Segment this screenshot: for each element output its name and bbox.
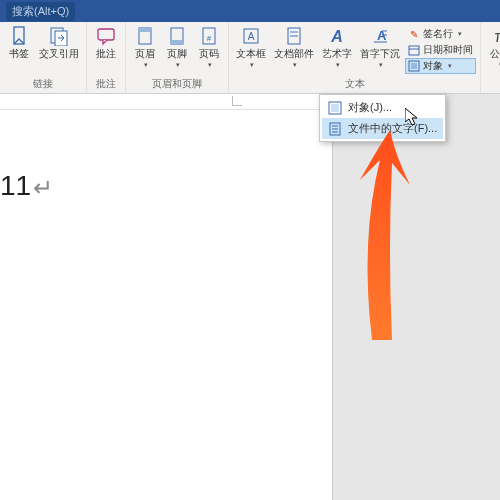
ruler (0, 94, 332, 110)
menu-item-object[interactable]: 对象(J)... (322, 97, 443, 118)
group-links: 书签 交叉引用 链接 (0, 22, 87, 93)
object-icon (408, 60, 420, 72)
comment-button[interactable]: 批注 (91, 24, 121, 61)
group-headerfooter-label: 页眉和页脚 (152, 76, 202, 93)
svg-rect-3 (98, 29, 114, 40)
chevron-down-icon: ▾ (208, 61, 212, 69)
comment-label: 批注 (96, 48, 116, 59)
datetime-button[interactable]: 日期和时间 (405, 42, 476, 58)
chevron-down-icon: ▾ (448, 62, 452, 70)
crossref-label: 交叉引用 (39, 48, 79, 59)
chevron-down-icon: ▾ (336, 61, 340, 69)
footer-button[interactable]: 页脚 ▾ (162, 24, 192, 71)
object-button[interactable]: 对象 ▾ (405, 58, 476, 74)
equation-button[interactable]: π 公式 ▾ (485, 24, 500, 71)
quickparts-icon (284, 26, 304, 46)
equation-icon: π (490, 26, 500, 46)
datetime-icon (408, 44, 420, 56)
svg-rect-5 (139, 28, 151, 32)
wordart-icon: A (327, 26, 347, 46)
svg-text:A: A (330, 28, 343, 45)
group-headerfooter: 页眉 ▾ 页脚 ▾ # 页码 ▾ 页眉和页脚 (126, 22, 229, 93)
ribbon: 书签 交叉引用 链接 批注 批注 (0, 22, 500, 94)
footer-icon (167, 26, 187, 46)
text-content: 11 (0, 170, 31, 201)
wordart-button[interactable]: A 艺术字 ▾ (319, 24, 355, 71)
bookmark-icon (9, 26, 29, 46)
svg-text:#: # (207, 34, 212, 43)
svg-text:A: A (248, 31, 255, 42)
group-comments-label: 批注 (96, 76, 116, 93)
datetime-label: 日期和时间 (423, 43, 473, 57)
svg-rect-0 (14, 27, 24, 44)
signature-line-button[interactable]: ✎ 签名行 ▾ (405, 26, 476, 42)
svg-rect-13 (290, 31, 298, 33)
comment-icon (96, 26, 116, 46)
side-gray-panel (332, 94, 500, 500)
signature-icon: ✎ (408, 28, 420, 40)
chevron-down-icon: ▾ (144, 61, 148, 69)
textbox-label: 文本框 (236, 48, 266, 59)
svg-rect-35 (331, 104, 339, 112)
quickparts-button[interactable]: 文档部件 ▾ (271, 24, 317, 71)
pagenum-label: 页码 (199, 48, 219, 59)
header-button[interactable]: 页眉 ▾ (130, 24, 160, 71)
quickparts-label: 文档部件 (274, 48, 314, 59)
wordart-label: 艺术字 (322, 48, 352, 59)
signature-label: 签名行 (423, 27, 453, 41)
bookmark-button[interactable]: 书签 (4, 24, 34, 61)
pagenum-icon: # (199, 26, 219, 46)
textbox-icon: A (241, 26, 261, 46)
equation-label: 公式 (490, 48, 500, 59)
svg-rect-20 (409, 46, 419, 55)
file-text-icon (328, 122, 342, 136)
svg-rect-14 (290, 35, 298, 37)
group-links-label: 链接 (33, 76, 53, 93)
search-input[interactable]: 搜索(Alt+Q) (6, 2, 75, 21)
svg-rect-23 (411, 63, 417, 69)
dropcap-icon: A (370, 26, 390, 46)
group-symbols: π 公式 ▾ Ω 符号 ▾ 1234 编号 符号 (481, 22, 500, 93)
document-text: 11↵ (0, 170, 53, 202)
chevron-down-icon: ▾ (176, 61, 180, 69)
dropcap-label: 首字下沉 (360, 48, 400, 59)
crossref-button[interactable]: 交叉引用 (36, 24, 82, 61)
group-comments: 批注 批注 (87, 22, 126, 93)
menu-item-text-from-file-label: 文件中的文字(F)... (348, 121, 437, 136)
chevron-down-icon: ▾ (458, 30, 462, 38)
chevron-down-icon: ▾ (293, 61, 297, 69)
footer-label: 页脚 (167, 48, 187, 59)
pagenum-button[interactable]: # 页码 ▾ (194, 24, 224, 71)
margin-marker (232, 96, 242, 106)
group-text: A 文本框 ▾ 文档部件 ▾ A 艺术字 ▾ A (229, 22, 481, 93)
document-area[interactable]: 11↵ (0, 94, 332, 500)
dropcap-button[interactable]: A 首字下沉 ▾ (357, 24, 403, 71)
group-text-label: 文本 (345, 76, 365, 93)
chevron-down-icon: ▾ (379, 61, 383, 69)
object-icon (328, 101, 342, 115)
chevron-down-icon: ▾ (250, 61, 254, 69)
header-icon (135, 26, 155, 46)
svg-rect-7 (171, 40, 183, 44)
object-dropdown-menu: 对象(J)... 文件中的文字(F)... (319, 94, 446, 142)
textbox-button[interactable]: A 文本框 ▾ (233, 24, 269, 71)
paragraph-mark-icon: ↵ (33, 174, 53, 201)
crossref-icon (49, 26, 69, 46)
menu-item-text-from-file[interactable]: 文件中的文字(F)... (322, 118, 443, 139)
object-label: 对象 (423, 59, 443, 73)
menu-item-object-label: 对象(J)... (348, 100, 392, 115)
document-outer: 11↵ (0, 94, 500, 500)
bookmark-label: 书签 (9, 48, 29, 59)
header-label: 页眉 (135, 48, 155, 59)
title-bar: 搜索(Alt+Q) (0, 0, 500, 22)
svg-text:π: π (494, 28, 500, 45)
